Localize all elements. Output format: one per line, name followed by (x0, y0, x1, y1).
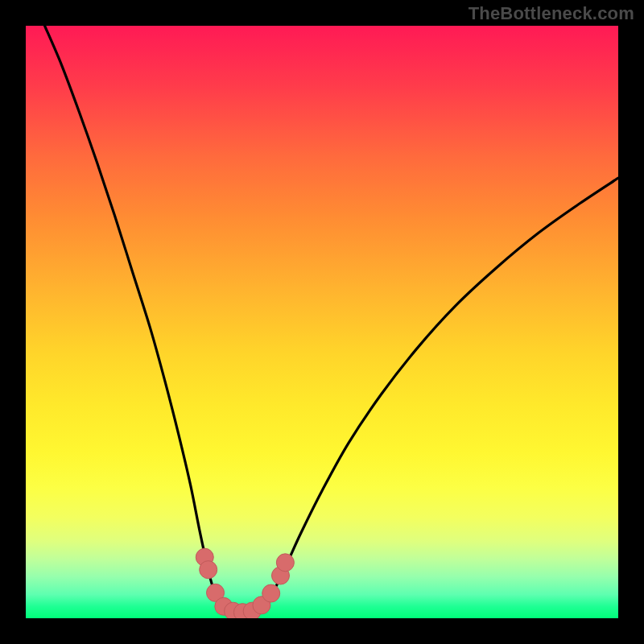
chart-frame: TheBottleneck.com (0, 0, 644, 644)
watermark-text: TheBottleneck.com (469, 3, 634, 24)
trough-marker (200, 561, 217, 579)
trough-marker (276, 554, 294, 572)
trough-markers (26, 26, 618, 618)
plot-area (26, 26, 618, 618)
trough-marker (262, 584, 280, 602)
